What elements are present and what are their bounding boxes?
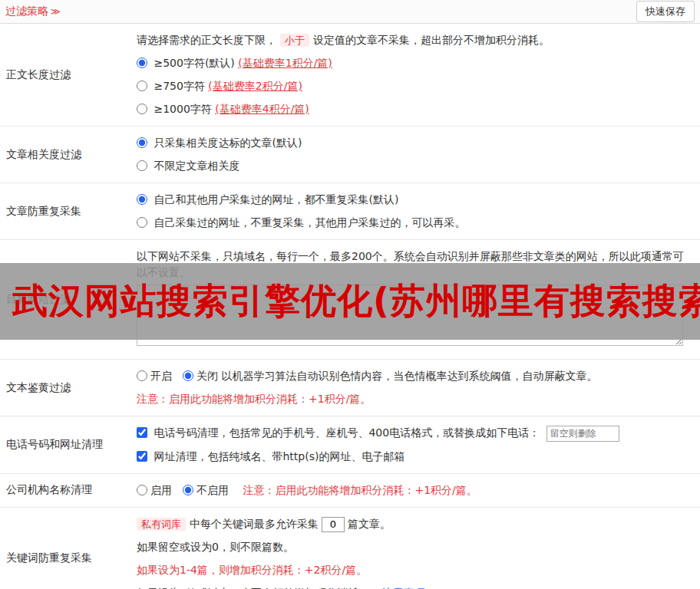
phone-cleanup-option[interactable]: 电话号码清理，包括常见的手机号、座机号、400电话格式，或替换成如下电话： xyxy=(137,425,694,442)
porn-filter-note: 注意：启用此功能将增加积分消耗：+1积分/篇。 xyxy=(137,391,694,407)
option-label: 关闭 xyxy=(196,370,218,382)
rate-note-link[interactable]: (基础费率2积分/篇) xyxy=(208,80,302,92)
company-option-on[interactable]: 启用 xyxy=(137,484,172,496)
porn-option-off[interactable]: 关闭 xyxy=(183,370,218,382)
radio-porn-on[interactable] xyxy=(137,370,147,381)
company-cleanup-options: 启用不启用 注意：启用此功能将增加积分消耗：+1积分/篇。 xyxy=(137,482,694,499)
top-toolbar: 过滤策略 ≫ 快速保存 xyxy=(0,0,700,24)
private-lexicon-tag: 私有词库 xyxy=(137,518,186,531)
length-option-500[interactable]: ≥500字符(默认) (基础费率1积分/篇) xyxy=(137,55,694,71)
site-filter-label: 目标网站过滤 xyxy=(0,240,137,359)
keyword-dedup-line2: 如果留空或设为0，则不限篇数。 xyxy=(137,539,694,555)
option-label: 只采集相关度达标的文章(默认) xyxy=(154,137,302,149)
radio-750-chars[interactable] xyxy=(137,81,147,91)
phone-cleanup-label: 电话号码和网址清理 xyxy=(0,416,137,473)
radio-porn-off[interactable] xyxy=(183,370,193,381)
dedup-filter-label: 文章防重复采集 xyxy=(0,183,137,239)
max-articles-input[interactable] xyxy=(322,517,345,532)
notes-link[interactable]: 注意事项≫ xyxy=(382,587,437,589)
option-label: ≥500字符(默认) xyxy=(154,57,238,69)
replacement-phone-input[interactable] xyxy=(546,426,619,442)
blocked-sites-textarea[interactable] xyxy=(137,285,683,346)
option-label: 不限定文章相关度 xyxy=(154,160,239,172)
option-label: 自己和其他用户采集过的网址，都不重复采集(默认) xyxy=(154,193,398,206)
option-label: 启用 xyxy=(150,484,172,496)
company-option-off[interactable]: 不启用 xyxy=(183,484,229,496)
radio-relevance-strict[interactable] xyxy=(137,137,147,148)
radio-dedup-all-users[interactable] xyxy=(137,194,147,205)
relevance-option-any[interactable]: 不限定文章相关度 xyxy=(137,158,694,174)
relevance-option-strict[interactable]: 只采集相关度达标的文章(默认) xyxy=(137,135,694,151)
row-keyword-dedup: 关键词防重复采集 私有词库中每个关键词最多允许采集篇文章。 如果留空或设为0，则… xyxy=(0,508,700,589)
line1-mid: 中每个关键词最多允许采集 xyxy=(190,518,319,530)
option-label: 不启用 xyxy=(196,484,229,496)
row-length-filter: 正文长度过滤 请选择需求的正文长度下限，小于设定值的文章不采集，超出部分不增加积… xyxy=(0,24,700,127)
dedup-option-all-users[interactable]: 自己和其他用户采集过的网址，都不重复采集(默认) xyxy=(137,192,694,208)
radio-company-off[interactable] xyxy=(183,485,193,495)
line4-text: 如果设为5篇或以上，也不会额外增加积分消耗。 xyxy=(137,587,369,589)
porn-option-on[interactable]: 开启 xyxy=(137,370,172,382)
rate-note-link[interactable]: (基础费率1积分/篇) xyxy=(238,57,332,69)
line1-end: 篇文章。 xyxy=(348,518,391,530)
row-relevance-filter: 文章相关度过滤 只采集相关度达标的文章(默认) 不限定文章相关度 xyxy=(0,127,700,183)
row-dedup-filter: 文章防重复采集 自己和其他用户采集过的网址，都不重复采集(默认) 自己采集过的网… xyxy=(0,183,700,240)
row-phone-url-cleanup: 电话号码和网址清理 电话号码清理，包括常见的手机号、座机号、400电话格式，或替… xyxy=(0,416,700,474)
keyword-dedup-line4: 如果设为5篇或以上，也不会额外增加积分消耗。 注意事项≫ xyxy=(137,585,694,589)
radio-1000-chars[interactable] xyxy=(137,104,147,114)
quick-save-button[interactable]: 快速保存 xyxy=(636,1,695,22)
less-than-tag: 小于 xyxy=(280,34,309,47)
length-filter-desc: 请选择需求的正文长度下限，小于设定值的文章不采集，超出部分不增加积分消耗。 xyxy=(137,32,694,48)
length-option-1000[interactable]: ≥1000字符 (基础费率4积分/篇) xyxy=(137,101,694,117)
option-label: ≥1000字符 xyxy=(154,103,215,115)
company-cleanup-note: 注意：启用此功能将增加积分消耗：+1积分/篇。 xyxy=(243,484,477,496)
page-title-text: 过滤策略 xyxy=(5,5,48,18)
row-company-cleanup: 公司机构名称清理 启用不启用 注意：启用此功能将增加积分消耗：+1积分/篇。 xyxy=(0,474,700,508)
relevance-filter-label: 文章相关度过滤 xyxy=(0,127,137,183)
desc-post: 设定值的文章不采集，超出部分不增加积分消耗。 xyxy=(313,34,550,46)
option-label: ≥750字符 xyxy=(154,80,208,92)
radio-company-on[interactable] xyxy=(137,485,147,495)
option-label: 电话号码清理，包括常见的手机号、座机号、400电话格式，或替换成如下电话： xyxy=(154,426,540,439)
length-option-750[interactable]: ≥750字符 (基础费率2积分/篇) xyxy=(137,78,694,94)
page-title[interactable]: 过滤策略 ≫ xyxy=(5,5,61,18)
length-filter-label: 正文长度过滤 xyxy=(0,24,137,126)
radio-500-chars[interactable] xyxy=(137,58,147,68)
porn-filter-options: 开启关闭 以机器学习算法自动识别色情内容，当色情概率达到系统阈值，自动屏蔽文章。 xyxy=(137,368,694,384)
chevron-expand-icon[interactable]: ≫ xyxy=(51,6,61,17)
porn-filter-desc: 以机器学习算法自动识别色情内容，当色情概率达到系统阈值，自动屏蔽文章。 xyxy=(221,370,597,382)
desc-pre: 请选择需求的正文长度下限， xyxy=(137,34,276,46)
checkbox-phone-cleanup[interactable] xyxy=(137,427,147,438)
rate-note-link[interactable]: (基础费率4积分/篇) xyxy=(215,103,309,115)
row-site-filter: 目标网站过滤 以下网站不采集，只填域名，每行一个，最多200个。系统会自动识别并… xyxy=(0,240,700,360)
dedup-option-self-only[interactable]: 自己采集过的网址，不重复采集，其他用户采集过的，可以再采。 xyxy=(137,215,694,231)
checkbox-url-cleanup[interactable] xyxy=(137,451,147,462)
row-porn-filter: 文本鉴黄过滤 开启关闭 以机器学习算法自动识别色情内容，当色情概率达到系统阈值，… xyxy=(0,360,700,416)
keyword-dedup-label: 关键词防重复采集 xyxy=(0,508,137,589)
porn-filter-label: 文本鉴黄过滤 xyxy=(0,360,137,416)
keyword-dedup-line1: 私有词库中每个关键词最多允许采集篇文章。 xyxy=(137,516,694,532)
option-label: 自己采集过的网址，不重复采集，其他用户采集过的，可以再采。 xyxy=(154,216,465,229)
radio-dedup-self-only[interactable] xyxy=(137,217,147,228)
option-label: 网址清理，包括纯域名、带http(s)的网址、电子邮箱 xyxy=(154,450,404,462)
url-cleanup-option[interactable]: 网址清理，包括纯域名、带http(s)的网址、电子邮箱 xyxy=(137,449,694,465)
keyword-dedup-line3: 如果设为1-4篇，则增加积分消耗：+2积分/篇。 xyxy=(137,562,694,578)
company-cleanup-label: 公司机构名称清理 xyxy=(0,474,137,507)
radio-relevance-any[interactable] xyxy=(137,160,147,171)
option-label: 开启 xyxy=(150,370,172,382)
site-filter-desc: 以下网站不采集，只填域名，每行一个，最多200个。系统会自动识别并屏蔽那些非文章… xyxy=(137,248,694,281)
